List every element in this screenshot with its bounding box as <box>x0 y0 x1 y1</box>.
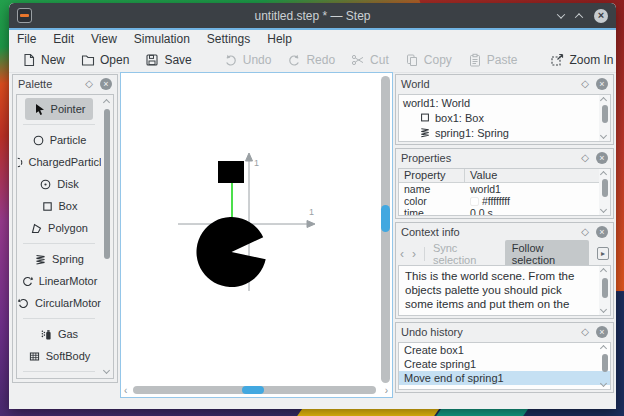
canvas-vertical-scrollbar[interactable] <box>381 76 390 383</box>
close-panel-icon[interactable]: × <box>596 326 608 338</box>
canvas-hscroll-thumb[interactable] <box>242 386 264 394</box>
close-panel-icon[interactable]: × <box>596 78 608 90</box>
tree-item[interactable]: world1: World <box>399 95 610 110</box>
scroll-down-icon[interactable] <box>600 132 607 139</box>
palette-item-box[interactable]: Box <box>17 195 101 217</box>
palette-item-disk[interactable]: Disk <box>17 173 101 195</box>
palette-item-circular-motor[interactable]: CircularMotor <box>17 292 101 314</box>
scroll-up-icon[interactable] <box>600 97 607 104</box>
property-row[interactable]: name world1 <box>399 183 610 195</box>
save-button[interactable]: Save <box>145 53 191 67</box>
palette-item-charged-particle[interactable]: ChargedParticle <box>17 151 101 173</box>
property-value: world1 <box>465 183 506 195</box>
properties-scrollbar[interactable] <box>599 169 610 215</box>
redo-icon <box>287 53 301 67</box>
palette-item-gas[interactable]: Gas <box>17 323 101 345</box>
copy-label: Copy <box>424 53 452 67</box>
scroll-up-icon[interactable] <box>600 345 607 352</box>
palette-separator <box>23 318 95 319</box>
tree-item[interactable]: spring1: Spring <box>399 125 610 140</box>
redo-button[interactable]: Redo <box>287 53 335 67</box>
context-scroll-thumb[interactable] <box>602 278 608 298</box>
menu-settings[interactable]: Settings <box>207 32 250 46</box>
minimize-icon[interactable] <box>557 10 565 18</box>
scroll-up-icon[interactable] <box>103 99 110 106</box>
world-scroll-thumb[interactable] <box>602 105 608 123</box>
scroll-down-icon[interactable] <box>103 367 110 374</box>
palette-item-polygon[interactable]: Polygon <box>17 217 101 239</box>
canvas-horizontal-scrollbar[interactable] <box>133 386 376 394</box>
undo-button[interactable]: Undo <box>224 53 272 67</box>
float-panel-icon[interactable]: ◇ <box>581 152 589 163</box>
palette-item-weight-force[interactable]: WeightForce <box>17 376 101 378</box>
box1-shape[interactable] <box>218 161 244 183</box>
menu-help[interactable]: Help <box>267 32 292 46</box>
palette-scroll-thumb[interactable] <box>104 109 110 259</box>
tree-item-label: spring1: Spring <box>435 127 509 139</box>
scroll-down-icon[interactable] <box>600 306 607 313</box>
context-text-area[interactable]: This is the world scene. From the object… <box>398 265 611 316</box>
undo-item[interactable]: Create box1 <box>399 343 610 357</box>
context-scrollbar[interactable] <box>599 266 610 315</box>
properties-panel: Properties ◇ × Property Value name world… <box>395 148 614 219</box>
undo-scrollbar[interactable] <box>599 343 610 389</box>
close-panel-icon[interactable]: × <box>100 78 112 90</box>
back-icon[interactable]: ‹ <box>400 247 404 261</box>
step-application-window: untitled.step * — Step × FileEditViewSim… <box>9 3 616 409</box>
palette-item-pointer[interactable]: Pointer <box>25 98 93 120</box>
float-panel-icon[interactable]: ◇ <box>581 78 589 89</box>
zoom-in-button[interactable]: Zoom In <box>550 52 614 67</box>
forward-icon[interactable]: › <box>412 247 416 261</box>
menu-view[interactable]: View <box>91 32 117 46</box>
float-panel-icon[interactable]: ◇ <box>581 226 589 237</box>
palette-item-particle[interactable]: Particle <box>17 129 101 151</box>
open-button[interactable]: Open <box>81 53 129 67</box>
value-column-header[interactable]: Value <box>465 169 502 182</box>
undo-item[interactable]: Create spring1 <box>399 357 610 371</box>
sync-selection-button[interactable]: Sync selection <box>433 242 497 266</box>
property-row[interactable]: color #ffffffff <box>399 195 610 207</box>
palette-item-spring[interactable]: Spring <box>17 248 101 270</box>
properties-scroll-thumb[interactable] <box>602 179 608 197</box>
scroll-up-icon[interactable] <box>600 268 607 275</box>
scroll-down-icon[interactable] <box>600 206 607 213</box>
palette-scrollbar[interactable] <box>102 97 112 376</box>
scroll-down-icon[interactable] <box>600 380 607 387</box>
copy-button[interactable]: Copy <box>405 53 452 67</box>
world-panel: World ◇ × world1: World box1: Box spring… <box>395 74 614 145</box>
float-panel-icon[interactable]: ◇ <box>85 78 93 89</box>
open-in-browser-icon[interactable]: ▸ <box>597 247 609 260</box>
tree-item-label: box1: Box <box>435 112 484 124</box>
world-tree: world1: World box1: Box spring1: Spring <box>398 94 611 142</box>
float-panel-icon[interactable]: ◇ <box>581 326 589 337</box>
maximize-icon[interactable] <box>575 13 583 21</box>
menu-edit[interactable]: Edit <box>53 32 74 46</box>
scroll-right-icon[interactable]: › <box>385 385 388 396</box>
close-panel-icon[interactable]: × <box>596 152 608 164</box>
tree-item[interactable]: box1: Box <box>399 110 610 125</box>
property-row[interactable]: time 0.0 s <box>399 207 610 216</box>
spring-icon <box>419 126 431 139</box>
menu-file[interactable]: File <box>17 32 36 46</box>
menu-simulation[interactable]: Simulation <box>134 32 190 46</box>
world-scrollbar[interactable] <box>599 95 610 141</box>
world-canvas[interactable]: 1 1 ‹ › <box>120 72 393 398</box>
disk1-shape[interactable] <box>196 217 265 287</box>
new-button[interactable]: New <box>22 53 65 67</box>
close-icon[interactable]: × <box>594 9 608 23</box>
undo-scroll-thumb[interactable] <box>602 354 608 372</box>
palette-item-label: Gas <box>58 328 78 340</box>
undo-item[interactable]: Move end of spring1 <box>399 371 610 385</box>
paste-button[interactable]: Paste <box>468 53 518 67</box>
scroll-up-icon[interactable] <box>600 171 607 178</box>
property-column-header[interactable]: Property <box>399 169 465 182</box>
titlebar[interactable]: untitled.step * — Step × <box>9 3 616 28</box>
scroll-left-icon[interactable]: ‹ <box>124 385 127 396</box>
properties-table-header[interactable]: Property Value <box>399 169 610 183</box>
palette-item-soft-body[interactable]: SoftBody <box>17 345 101 367</box>
close-panel-icon[interactable]: × <box>596 226 608 238</box>
canvas-vscroll-thumb[interactable] <box>381 205 390 232</box>
follow-selection-button[interactable]: Follow selection <box>505 240 589 268</box>
cut-button[interactable]: Cut <box>351 53 389 67</box>
palette-item-linear-motor[interactable]: LinearMotor <box>17 270 101 292</box>
